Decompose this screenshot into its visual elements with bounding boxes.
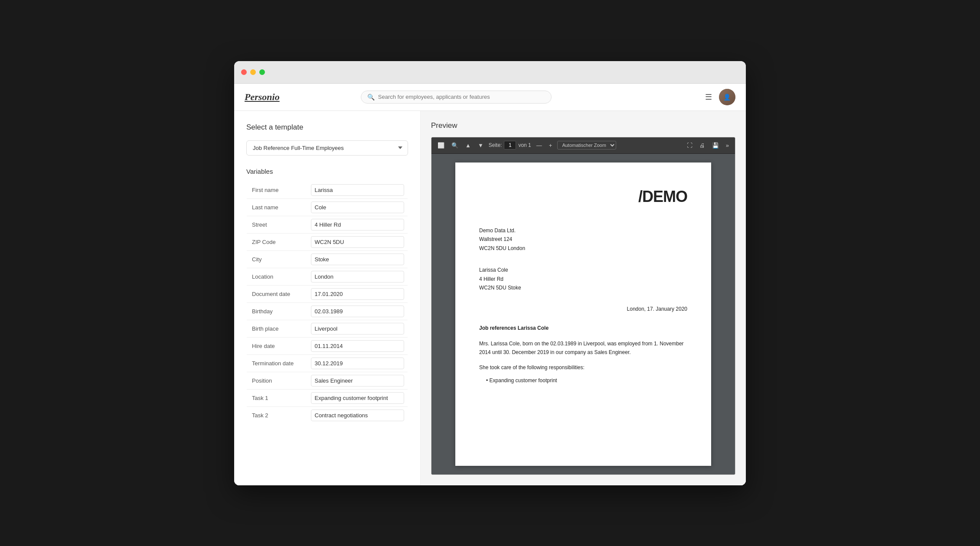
var-input-6[interactable] <box>311 288 405 300</box>
pdf-next-page[interactable]: ▼ <box>476 141 485 150</box>
left-panel: Select a template Job Reference Full-Tim… <box>234 111 421 485</box>
var-input-12[interactable] <box>311 392 405 404</box>
pdf-more-icon[interactable]: » <box>724 141 731 150</box>
var-label-5: Location <box>247 268 307 285</box>
var-label-6: Document date <box>247 285 307 302</box>
var-label-11: Position <box>247 372 307 389</box>
pdf-to-line: 4 Hiller Rd <box>479 275 687 283</box>
var-input-2[interactable] <box>311 219 405 231</box>
right-panel: Preview ⬜ 🔍 ▲ ▼ Seite: von 1 — <box>421 111 746 485</box>
pdf-zoom-select[interactable]: Automatischer Zoom 50% 75% 100% 125% <box>557 141 616 150</box>
variable-row: Birth place <box>247 320 408 337</box>
var-input-5[interactable] <box>311 271 405 283</box>
var-value-8 <box>307 320 408 337</box>
var-value-2 <box>307 216 408 233</box>
variable-row: Termination date <box>247 354 408 372</box>
search-icon: 🔍 <box>367 94 375 101</box>
pdf-from-address: Demo Data Ltd.Wallstreet 124WC2N 5DU Lon… <box>479 226 687 253</box>
pdf-date: London, 17. January 2020 <box>479 305 687 313</box>
var-label-2: Street <box>247 216 307 233</box>
var-value-6 <box>307 285 408 302</box>
pdf-to-line: WC2N 5DU Stoke <box>479 283 687 292</box>
close-button[interactable] <box>241 69 247 75</box>
pdf-logo: /DEMO <box>479 184 687 209</box>
mac-window: Personio 🔍 ☰ 👤 Select a template Job Ref… <box>234 61 746 485</box>
variable-row: Task 2 <box>247 406 408 424</box>
pdf-scroll-area[interactable]: /DEMO Demo Data Ltd.Wallstreet 124WC2N 5… <box>431 154 735 474</box>
avatar-image: 👤 <box>719 89 735 105</box>
pdf-to-line: Larissa Cole <box>479 266 687 274</box>
variables-table: First name Last name Street ZIP Code Cit… <box>246 181 408 424</box>
pdf-body-para1: Mrs. Larissa Cole, born on the 02.03.198… <box>479 339 687 357</box>
pdf-prev-page[interactable]: ▲ <box>464 141 473 150</box>
pdf-print-icon[interactable]: 🖨 <box>698 141 707 150</box>
var-value-0 <box>307 181 408 198</box>
var-input-1[interactable] <box>311 202 405 213</box>
var-label-3: ZIP Code <box>247 233 307 250</box>
search-input[interactable] <box>378 94 545 100</box>
var-value-3 <box>307 233 408 250</box>
var-value-11 <box>307 372 408 389</box>
pdf-from-line: Demo Data Ltd. <box>479 226 687 235</box>
select-template-title: Select a template <box>246 123 408 132</box>
var-label-9: Hire date <box>247 337 307 354</box>
var-input-13[interactable] <box>311 410 405 421</box>
variable-row: First name <box>247 181 408 198</box>
pdf-zoom-in[interactable]: + <box>547 141 554 150</box>
var-label-0: First name <box>247 181 307 198</box>
variable-row: ZIP Code <box>247 233 408 250</box>
pdf-sidebar-toggle[interactable]: ⬜ <box>436 141 446 150</box>
var-input-8[interactable] <box>311 323 405 335</box>
var-label-8: Birth place <box>247 320 307 337</box>
var-value-13 <box>307 406 408 424</box>
pdf-page-input[interactable] <box>504 141 516 150</box>
var-label-4: City <box>247 250 307 268</box>
pdf-viewer: ⬜ 🔍 ▲ ▼ Seite: von 1 — + Automatischer Z… <box>431 137 735 475</box>
var-value-5 <box>307 268 408 285</box>
pdf-toolbar: ⬜ 🔍 ▲ ▼ Seite: von 1 — + Automatischer Z… <box>431 137 735 154</box>
filter-icon[interactable]: ☰ <box>705 92 712 102</box>
var-value-12 <box>307 389 408 406</box>
pdf-page-info: Seite: von 1 <box>489 141 531 150</box>
variable-row: City <box>247 250 408 268</box>
pdf-page-label: Seite: <box>489 142 502 148</box>
pdf-subject: Job references Larissa Cole <box>479 324 687 332</box>
pdf-content-wrap: /DEMO Demo Data Ltd.Wallstreet 124WC2N 5… <box>431 154 735 474</box>
pdf-body-para2: She took care of the following responsib… <box>479 363 687 372</box>
var-input-4[interactable] <box>311 254 405 265</box>
pdf-from-line: Wallstreet 124 <box>479 235 687 244</box>
var-input-3[interactable] <box>311 236 405 248</box>
var-label-1: Last name <box>247 198 307 216</box>
avatar[interactable]: 👤 <box>719 89 735 105</box>
minimize-button[interactable] <box>250 69 256 75</box>
pdf-download-icon[interactable]: 💾 <box>710 141 721 150</box>
pdf-fullscreen-icon[interactable]: ⛶ <box>685 141 694 150</box>
top-right-controls: ☰ 👤 <box>705 89 735 105</box>
var-label-13: Task 2 <box>247 406 307 424</box>
var-input-10[interactable] <box>311 358 405 369</box>
personio-logo: Personio <box>245 91 280 103</box>
pdf-from-line: WC2N 5DU London <box>479 244 687 253</box>
maximize-button[interactable] <box>259 69 265 75</box>
var-label-12: Task 1 <box>247 389 307 406</box>
pdf-zoom-out[interactable]: — <box>535 141 544 150</box>
pdf-page-total: von 1 <box>518 142 531 148</box>
template-select-wrap: Job Reference Full-Time Employees Job Re… <box>246 140 408 156</box>
variables-title: Variables <box>246 168 408 175</box>
main-area: Select a template Job Reference Full-Tim… <box>234 111 746 485</box>
pdf-body-bullet: • Expanding customer footprint <box>479 376 687 385</box>
var-value-1 <box>307 198 408 216</box>
var-input-9[interactable] <box>311 340 405 352</box>
var-input-7[interactable] <box>311 306 405 317</box>
variable-row: Hire date <box>247 337 408 354</box>
var-label-7: Birthday <box>247 302 307 320</box>
var-value-10 <box>307 354 408 372</box>
var-input-11[interactable] <box>311 375 405 387</box>
pdf-search-icon[interactable]: 🔍 <box>450 141 460 150</box>
template-select[interactable]: Job Reference Full-Time Employees Job Re… <box>246 140 408 156</box>
var-label-10: Termination date <box>247 354 307 372</box>
search-bar[interactable]: 🔍 <box>361 91 552 104</box>
variable-row: Street <box>247 216 408 233</box>
var-input-0[interactable] <box>311 184 405 196</box>
top-bar: Personio 🔍 ☰ 👤 <box>234 84 746 111</box>
